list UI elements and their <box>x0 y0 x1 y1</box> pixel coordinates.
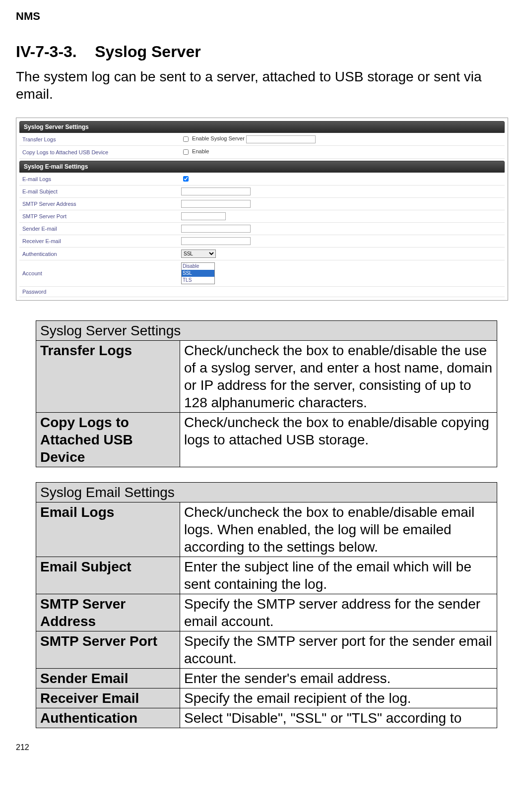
desc-name: Sender Email <box>36 669 180 688</box>
row-password: Password <box>19 287 505 297</box>
desc-text: Enter the sender's email address. <box>180 669 497 688</box>
settings-screenshot: Syslog Server Settings Transfer Logs Ena… <box>16 118 508 301</box>
row-email-logs: E-mail Logs <box>19 173 505 186</box>
panel-title-email: Syslog E-mail Settings <box>19 161 505 173</box>
option-disable[interactable]: Disable <box>182 263 214 270</box>
desc-row: Copy Logs to Attached USB Device Check/u… <box>36 413 497 467</box>
row-copy-logs-usb: Copy Logs to Attached USB Device Enable <box>19 146 505 159</box>
row-sender-email: Sender E-mail <box>19 223 505 235</box>
label-smtp-address: SMTP Server Address <box>19 198 178 210</box>
desc-name: Email Logs <box>36 502 180 557</box>
label-smtp-port: SMTP Server Port <box>19 210 178 223</box>
label-copy-logs-usb: Copy Logs to Attached USB Device <box>19 146 178 159</box>
desc-row: Receiver Email Specify the email recipie… <box>36 688 497 708</box>
desc-text: Check/uncheck the box to enable/disable … <box>180 341 497 413</box>
checkbox-label-enable-syslog: Enable Syslog Server <box>192 135 245 141</box>
label-email-subject: E-mail Subject <box>19 186 178 198</box>
desc-title-server: Syslog Server Settings <box>36 321 497 341</box>
desc-name: Copy Logs to Attached USB Device <box>36 413 180 467</box>
section-number: IV-7-3-3. <box>16 43 77 61</box>
input-sender-email[interactable] <box>181 225 251 233</box>
label-account: Account <box>19 260 178 287</box>
input-smtp-address[interactable] <box>181 200 251 208</box>
intro-paragraph: The system log can be sent to a server, … <box>16 68 508 103</box>
row-transfer-logs: Transfer Logs Enable Syslog Server <box>19 133 505 146</box>
cell-copy-logs-control: Enable <box>178 146 505 159</box>
panel-title-server: Syslog Server Settings <box>19 121 505 133</box>
desc-text: Enter the subject line of the email whic… <box>180 557 497 594</box>
input-receiver-email[interactable] <box>181 237 251 245</box>
desc-title-email: Syslog Email Settings <box>36 483 497 502</box>
checkbox-email-logs[interactable] <box>183 176 189 182</box>
row-email-subject: E-mail Subject <box>19 186 505 198</box>
desc-name: SMTP Server Address <box>36 594 180 631</box>
desc-row: Sender Email Enter the sender's email ad… <box>36 669 497 688</box>
page-number: 212 <box>16 743 508 752</box>
checkbox-label-enable-usb: Enable <box>192 148 209 154</box>
row-smtp-address: SMTP Server Address <box>19 198 505 210</box>
desc-row: SMTP Server Port Specify the SMTP server… <box>36 631 497 669</box>
section-heading: IV-7-3-3. Syslog Server <box>16 43 508 61</box>
option-tls[interactable]: TLS <box>182 277 214 284</box>
input-smtp-port[interactable] <box>181 212 226 220</box>
row-smtp-port: SMTP Server Port <box>19 210 505 223</box>
select-authentication[interactable]: SSL <box>181 250 216 258</box>
desc-row: Transfer Logs Check/uncheck the box to e… <box>36 341 497 413</box>
checkbox-enable-usb-copy[interactable] <box>183 149 189 155</box>
desc-row: Email Logs Check/uncheck the box to enab… <box>36 502 497 557</box>
input-syslog-server-address[interactable] <box>246 135 316 143</box>
section-title: Syslog Server <box>95 43 200 61</box>
desc-row: Authentication Select "Disable", "SSL" o… <box>36 708 497 728</box>
desc-text: Check/uncheck the box to enable/disable … <box>180 413 497 467</box>
checkbox-enable-syslog-server[interactable] <box>183 136 189 142</box>
label-transfer-logs: Transfer Logs <box>19 133 178 146</box>
label-password: Password <box>19 287 178 297</box>
desc-table-server: Syslog Server Settings Transfer Logs Che… <box>36 320 497 467</box>
desc-name: SMTP Server Port <box>36 631 180 669</box>
desc-name: Authentication <box>36 708 180 728</box>
row-authentication: Authentication SSL <box>19 248 505 260</box>
label-authentication: Authentication <box>19 248 178 260</box>
row-receiver-email: Receiver E-mail <box>19 235 505 248</box>
desc-text: Select "Disable", "SSL" or "TLS" accordi… <box>180 708 497 728</box>
desc-text: Specify the email recipient of the log. <box>180 688 497 708</box>
email-settings-form: E-mail Logs E-mail Subject SMTP Server A… <box>19 173 505 297</box>
label-receiver-email: Receiver E-mail <box>19 235 178 248</box>
desc-text: Specify the SMTP server port for the sen… <box>180 631 497 669</box>
dropdown-open-list[interactable]: Disable SSL TLS <box>181 262 215 284</box>
cell-transfer-logs-control: Enable Syslog Server <box>178 133 505 146</box>
row-account: Account Disable SSL TLS <box>19 260 505 287</box>
label-sender-email: Sender E-mail <box>19 223 178 235</box>
desc-name: Transfer Logs <box>36 341 180 413</box>
desc-table-email: Syslog Email Settings Email Logs Check/u… <box>36 482 497 728</box>
desc-row: SMTP Server Address Specify the SMTP ser… <box>36 594 497 631</box>
option-ssl[interactable]: SSL <box>182 270 214 277</box>
desc-text: Specify the SMTP server address for the … <box>180 594 497 631</box>
desc-row: Email Subject Enter the subject line of … <box>36 557 497 594</box>
input-email-subject[interactable] <box>181 187 251 195</box>
desc-name: Receiver Email <box>36 688 180 708</box>
desc-text: Check/uncheck the box to enable/disable … <box>180 502 497 557</box>
desc-name: Email Subject <box>36 557 180 594</box>
label-email-logs: E-mail Logs <box>19 173 178 186</box>
page-header: NMS <box>16 10 508 23</box>
server-settings-form: Transfer Logs Enable Syslog Server Copy … <box>19 133 505 159</box>
